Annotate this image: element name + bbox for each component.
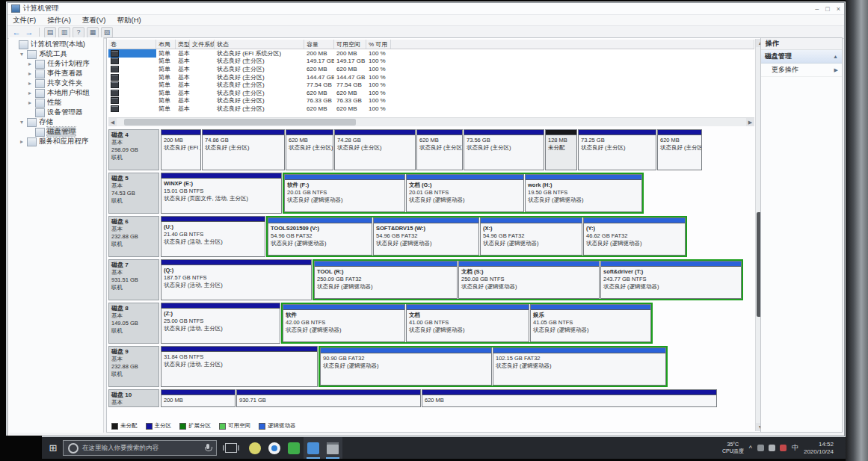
collapse-icon[interactable]: ▾: [19, 51, 25, 58]
partition-block[interactable]: 200 MB: [161, 389, 236, 407]
menu-item[interactable]: 查看(V): [82, 16, 106, 25]
tree-item-磁盘管理[interactable]: 磁盘管理: [9, 127, 103, 137]
column-header[interactable]: % 可用: [366, 40, 391, 49]
volume-row[interactable]: 简单基本状态良好 (主分区)620 MB620 MB100 %: [108, 65, 754, 73]
tree-item-本地用户和组[interactable]: ▸本地用户和组: [9, 88, 103, 98]
disk-label[interactable]: 磁盘 7基本931.51 GB联机: [108, 259, 159, 300]
disk-label[interactable]: 磁盘 6基本232.88 GB联机: [108, 216, 159, 257]
minimize-button[interactable]: –: [815, 5, 819, 13]
partition-block[interactable]: 73.25 GB状态良好 (主分区): [578, 129, 656, 170]
tree-item-任务计划程序[interactable]: ▸任务计划程序: [9, 59, 103, 69]
tree-item-系统工具[interactable]: ▾系统工具: [9, 49, 103, 59]
partition-block[interactable]: 文档41.00 GB NTFS状态良好 (逻辑驱动器): [406, 304, 529, 342]
column-header[interactable]: 可用空间: [334, 40, 366, 49]
expand-icon[interactable]: ▸: [27, 61, 33, 67]
column-header[interactable]: 状态: [215, 40, 304, 49]
volume-name-cell[interactable]: [108, 73, 156, 81]
partition-block[interactable]: (U:)21.40 GB NTFS状态良好 (活动, 主分区): [161, 216, 265, 257]
task-view-button[interactable]: [225, 443, 237, 453]
tree-item-性能[interactable]: ▸性能: [9, 98, 103, 108]
scroll-right-arrow-icon[interactable]: ▶: [746, 118, 754, 126]
title-bar[interactable]: 计算机管理 – □ ×: [7, 3, 844, 15]
column-header[interactable]: 容量: [304, 40, 334, 49]
volume-row[interactable]: 简单基本状态良好 (主分区)149.17 GB149.17 GB100 %: [108, 58, 754, 66]
taskbar-app-yellow-circle[interactable]: [245, 437, 265, 459]
partition-block[interactable]: 文档 (G:)20.01 GB NTFS状态良好 (逻辑驱动器): [406, 174, 524, 212]
disk-label[interactable]: 磁盘 8基本149.05 GB联机: [108, 303, 159, 344]
defender-tray-icon[interactable]: [757, 445, 764, 451]
volume-row[interactable]: 简单基本状态良好 (主分区)620 MB620 MB100 %: [108, 105, 754, 113]
partition-block[interactable]: SOFT&DRV15 (W:)54.96 GB FAT32状态良好 (逻辑驱动器…: [373, 217, 479, 256]
graphical-view-icon[interactable]: ▨: [101, 27, 113, 38]
tree-item-存储[interactable]: ▾存储: [9, 117, 103, 127]
search-input[interactable]: 在这里输入你要搜索的内容: [63, 440, 217, 456]
partition-block[interactable]: 200 MB状态良好 (EFI 系统分区): [161, 129, 201, 170]
partition-block[interactable]: 620 MB状态良好 (主分区): [657, 129, 702, 170]
menu-item[interactable]: 操作(A): [47, 16, 71, 25]
taskbar-app-browser[interactable]: [265, 437, 284, 459]
partition-block[interactable]: soft&driver (T:)243.77 GB NTFS状态良好 (逻辑驱动…: [600, 261, 742, 299]
expand-icon[interactable]: ▸: [27, 99, 33, 106]
partition-block[interactable]: 软件 (F:)20.01 GB NTFS状态良好 (逻辑驱动器): [284, 174, 405, 212]
partition-block[interactable]: 73.56 GB状态良好 (主分区): [464, 129, 544, 170]
expand-icon[interactable]: ▸: [27, 70, 33, 77]
column-header[interactable]: 文件系统: [190, 40, 215, 49]
maximize-button[interactable]: □: [825, 5, 829, 13]
disk-label[interactable]: 磁盘 5基本74.53 GB联机: [108, 173, 159, 214]
graphics-tray-icon[interactable]: [780, 445, 787, 451]
partition-block[interactable]: 74.28 GB状态良好 (主分区): [334, 129, 416, 170]
expand-icon[interactable]: ▸: [27, 90, 33, 96]
clock[interactable]: 14:52 2020/10/24: [804, 441, 834, 456]
volume-row[interactable]: 简单基本状态良好 (主分区)144.47 GB144.47 GB100 %: [108, 73, 754, 81]
collapse-icon[interactable]: ▾: [19, 119, 25, 126]
hidden-icons-chevron[interactable]: ^: [749, 445, 752, 452]
horizontal-scrollbar[interactable]: ◀ ▶: [108, 118, 754, 126]
partition-block[interactable]: 930.71 GB: [236, 389, 421, 407]
partition-block[interactable]: work (H:)19.50 GB NTFS状态良好 (逻辑驱动器): [525, 174, 642, 212]
audio-tray-icon[interactable]: [769, 445, 775, 451]
ime-indicator[interactable]: 中: [792, 443, 798, 453]
menu-item[interactable]: 帮助(H): [117, 16, 141, 25]
volume-row[interactable]: 简单基本状态良好 (EFI 系统分区)200 MB200 MB100 %: [108, 49, 754, 58]
partition-block[interactable]: TOOL (R:)250.09 GB FAT32状态良好 (逻辑驱动器): [314, 261, 458, 299]
expand-icon[interactable]: ▸: [27, 80, 33, 87]
microphone-icon[interactable]: [204, 444, 212, 453]
partition-block[interactable]: TOOLS201509 (V:)54.96 GB FAT32状态良好 (逻辑驱动…: [268, 217, 372, 256]
column-header[interactable]: 布局: [156, 40, 176, 49]
back-icon[interactable]: ←: [11, 28, 22, 37]
volume-row[interactable]: 简单基本状态良好 (主分区)620 MB620 MB100 %: [108, 89, 754, 97]
volume-row[interactable]: 简单基本状态良好 (主分区)76.33 GB76.33 GB100 %: [108, 97, 754, 105]
taskbar-app-green-square[interactable]: [284, 437, 304, 459]
partition-block[interactable]: 74.86 GB状态良好 (主分区): [202, 129, 285, 170]
volume-name-cell[interactable]: [108, 81, 156, 89]
partition-block[interactable]: 31.84 GB NTFS状态良好 (活动, 主分区): [161, 346, 318, 387]
taskbar-app-window[interactable]: [323, 437, 342, 459]
partition-block[interactable]: 620 MB: [422, 389, 717, 407]
volume-name-cell[interactable]: [108, 97, 156, 105]
volume-name-cell[interactable]: [108, 58, 156, 66]
partition-block[interactable]: (Y:)46.62 GB FAT32状态良好 (逻辑驱动器): [583, 217, 686, 256]
tree-item-事件查看器[interactable]: ▸事件查看器: [9, 69, 103, 78]
tree-item-设备管理器[interactable]: 设备管理器: [9, 108, 103, 117]
more-actions-item[interactable]: 更多操作 ▶: [761, 64, 842, 77]
partition-block[interactable]: 102.15 GB FAT32状态良好 (逻辑驱动器): [493, 347, 666, 386]
partition-block[interactable]: 90.90 GB FAT32状态良好 (逻辑驱动器): [320, 347, 492, 386]
disk-label[interactable]: 磁盘 9基本232.88 GB联机: [108, 346, 159, 387]
column-header[interactable]: 类型: [176, 40, 190, 49]
column-header[interactable]: 卷: [108, 40, 156, 49]
volume-name-cell[interactable]: [108, 65, 156, 73]
partition-block[interactable]: 娱乐41.05 GB NTFS状态良好 (逻辑驱动器): [530, 304, 651, 342]
console-tree-icon[interactable]: ▤: [44, 27, 56, 38]
scroll-left-arrow-icon[interactable]: ◀: [108, 118, 117, 126]
actions-group-disk-management[interactable]: 磁盘管理 ▲: [761, 50, 842, 64]
disk-label[interactable]: 磁盘 10基本931.51 GB联机: [108, 389, 159, 407]
disk-list-view-icon[interactable]: ▦: [87, 27, 99, 38]
partition-block[interactable]: (Z:)25.00 GB NTFS状态良好 (活动, 主分区): [161, 303, 280, 344]
start-button[interactable]: ⊞: [43, 442, 63, 454]
tree-item-共享文件夹[interactable]: ▸共享文件夹: [9, 78, 103, 88]
forward-icon[interactable]: →: [24, 28, 34, 37]
export-list-icon[interactable]: ▥: [58, 27, 70, 38]
menu-item[interactable]: 文件(F): [13, 16, 36, 25]
partition-block[interactable]: (Q:)187.57 GB NTFS状态良好 (活动, 主分区): [161, 259, 312, 300]
volume-name-cell[interactable]: [108, 49, 156, 58]
